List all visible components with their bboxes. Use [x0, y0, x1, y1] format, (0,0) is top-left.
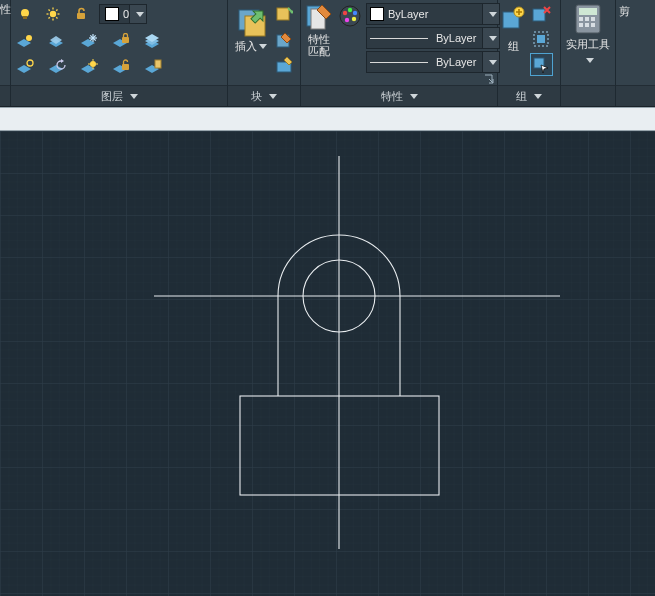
lineweight-value: ByLayer: [436, 32, 482, 44]
group-select-button[interactable]: [530, 53, 553, 76]
svg-rect-50: [591, 17, 595, 21]
model-space[interactable]: [0, 131, 655, 596]
chevron-down-icon: [534, 94, 542, 99]
drawing-canvas[interactable]: [0, 131, 655, 596]
match-prop-label2: 匹配: [308, 45, 330, 57]
calculator-icon[interactable]: [573, 3, 603, 35]
svg-rect-17: [122, 37, 129, 43]
linetype-value: ByLayer: [436, 56, 482, 68]
color-dropdown[interactable]: ByLayer: [366, 3, 500, 25]
svg-point-37: [353, 11, 357, 15]
color-value: ByLayer: [388, 8, 482, 20]
group-edit-button[interactable]: [531, 28, 552, 49]
ungroup-button[interactable]: [531, 3, 552, 24]
dialog-launcher-icon[interactable]: [484, 74, 494, 84]
layer-states-icon[interactable]: [143, 31, 163, 51]
svg-rect-47: [579, 8, 597, 15]
layer-prev-icon[interactable]: [47, 57, 67, 77]
svg-rect-53: [591, 23, 595, 27]
linetype-sample: [370, 62, 428, 63]
utilities-label: 实用工具: [566, 37, 610, 52]
svg-point-36: [348, 8, 352, 12]
chevron-down-icon[interactable]: [482, 52, 499, 72]
layer-match-icon[interactable]: [15, 57, 35, 77]
panel-group: 组 组: [498, 0, 560, 106]
sun-icon: [43, 4, 63, 24]
chevron-down-icon: [259, 44, 267, 49]
svg-rect-48: [579, 17, 583, 21]
svg-line-10: [49, 17, 50, 18]
layer-unlock-icon[interactable]: [111, 57, 131, 77]
left-edge-glyph: 性: [0, 2, 11, 17]
svg-rect-42: [533, 9, 545, 21]
svg-rect-52: [585, 23, 589, 27]
ribbon: 性: [0, 0, 655, 107]
edit-block-button[interactable]: [273, 29, 294, 50]
panel-layers: 0: [11, 0, 227, 106]
group-create-button[interactable]: [500, 3, 526, 35]
svg-point-2: [50, 11, 56, 17]
layer-walk-icon[interactable]: [143, 57, 163, 77]
chevron-down-icon[interactable]: [482, 28, 499, 48]
svg-rect-24: [122, 64, 129, 70]
unlock-icon: [71, 4, 91, 24]
chevron-down-icon: [269, 94, 277, 99]
bulb-icon: [15, 4, 35, 24]
svg-point-38: [352, 17, 356, 21]
panel-utilities: 实用工具: [561, 0, 615, 106]
edit-attributes-button[interactable]: [273, 54, 294, 75]
insert-label: 插入: [235, 39, 257, 54]
layer-dropdown[interactable]: 0: [99, 4, 147, 24]
svg-point-18: [27, 60, 33, 66]
svg-point-35: [343, 11, 347, 15]
color-swatch: [370, 7, 384, 21]
svg-line-7: [49, 10, 50, 11]
panel-properties: 特性 匹配: [301, 0, 497, 106]
panel-title-group[interactable]: 组: [498, 85, 560, 106]
grid: [0, 131, 655, 596]
layer-off-icon[interactable]: [15, 31, 35, 51]
layer-thaw-icon[interactable]: [79, 57, 99, 77]
lineweight-dropdown[interactable]: ByLayer: [366, 27, 500, 49]
chevron-down-icon: [130, 94, 138, 99]
svg-rect-49: [585, 17, 589, 21]
svg-line-9: [56, 10, 57, 11]
svg-line-8: [56, 17, 57, 18]
insert-block-icon: [235, 5, 267, 37]
linetype-dropdown[interactable]: ByLayer: [366, 51, 500, 73]
chevron-down-icon[interactable]: [482, 4, 499, 24]
svg-rect-11: [77, 13, 85, 19]
svg-point-12: [26, 35, 32, 41]
svg-point-39: [345, 18, 349, 22]
insert-block-button[interactable]: 插入: [231, 3, 271, 54]
panel-blocks: 插入 块: [228, 0, 300, 106]
panel-partial-left: 性: [0, 0, 10, 106]
match-prop-label1: 特性: [308, 33, 330, 45]
match-properties-button[interactable]: 特性 匹配: [304, 3, 334, 57]
lineweight-sample: [370, 38, 428, 39]
panel-title-blocks[interactable]: 块: [228, 85, 300, 106]
layer-freeze-icon[interactable]: [79, 31, 99, 51]
layer-color-swatch: [105, 7, 119, 21]
chevron-down-icon[interactable]: [129, 5, 146, 23]
palette-icon[interactable]: [338, 4, 362, 28]
layer-lock-icon[interactable]: [111, 31, 131, 51]
svg-rect-1: [23, 16, 27, 19]
chevron-down-icon: [586, 58, 594, 63]
svg-point-0: [21, 9, 29, 17]
svg-rect-25: [155, 60, 161, 68]
right-edge-glyph: 剪: [619, 4, 630, 19]
panel-partial-right: 剪: [616, 0, 655, 106]
panel-title-properties[interactable]: 特性: [301, 85, 497, 106]
group-label: 组: [508, 39, 519, 54]
svg-point-19: [90, 61, 96, 67]
layer-isolate-icon[interactable]: [47, 31, 67, 51]
file-tab-strip[interactable]: [0, 107, 655, 131]
create-block-button[interactable]: [273, 4, 294, 25]
chevron-down-icon: [410, 94, 418, 99]
svg-rect-28: [277, 8, 289, 20]
panel-title-layers[interactable]: 图层: [11, 85, 227, 106]
svg-rect-51: [579, 23, 583, 27]
svg-rect-44: [537, 35, 545, 43]
